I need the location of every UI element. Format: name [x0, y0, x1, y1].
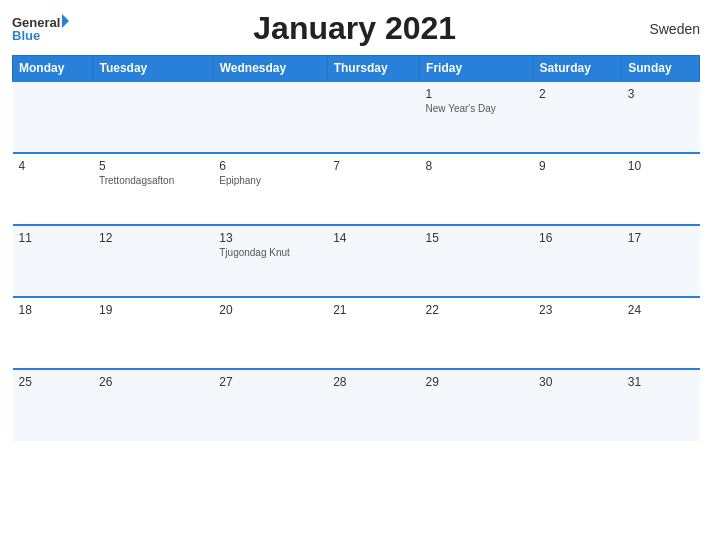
day-cell: 13Tjugondag Knut [213, 225, 327, 297]
day-cell: 23 [533, 297, 622, 369]
day-cell: 10 [622, 153, 700, 225]
day-cell: 24 [622, 297, 700, 369]
day-cell: 9 [533, 153, 622, 225]
holiday-name: New Year's Day [426, 103, 527, 114]
weekday-header-monday: Monday [13, 56, 93, 82]
logo: General Blue [12, 16, 69, 42]
day-number: 22 [426, 303, 439, 317]
day-cell: 6Epiphany [213, 153, 327, 225]
day-cell: 31 [622, 369, 700, 441]
week-row-4: 18192021222324 [13, 297, 700, 369]
weekday-header-tuesday: Tuesday [93, 56, 213, 82]
day-cell: 12 [93, 225, 213, 297]
day-number: 29 [426, 375, 439, 389]
day-number: 11 [19, 231, 32, 245]
day-cell: 2 [533, 81, 622, 153]
week-row-3: 111213Tjugondag Knut14151617 [13, 225, 700, 297]
day-number: 18 [19, 303, 32, 317]
day-cell: 3 [622, 81, 700, 153]
day-cell: 20 [213, 297, 327, 369]
day-number: 3 [628, 87, 635, 101]
header: General Blue January 2021 Sweden [12, 10, 700, 47]
day-number: 1 [426, 87, 433, 101]
day-number: 4 [19, 159, 26, 173]
day-number: 7 [333, 159, 340, 173]
day-number: 19 [99, 303, 112, 317]
day-cell: 14 [327, 225, 419, 297]
day-number: 16 [539, 231, 552, 245]
day-cell: 4 [13, 153, 93, 225]
month-title: January 2021 [69, 10, 640, 47]
day-cell: 25 [13, 369, 93, 441]
day-cell: 26 [93, 369, 213, 441]
day-number: 20 [219, 303, 232, 317]
day-cell [13, 81, 93, 153]
day-cell: 29 [420, 369, 533, 441]
day-cell: 21 [327, 297, 419, 369]
day-number: 23 [539, 303, 552, 317]
day-cell: 30 [533, 369, 622, 441]
day-number: 27 [219, 375, 232, 389]
day-cell: 11 [13, 225, 93, 297]
weekday-header-saturday: Saturday [533, 56, 622, 82]
day-number: 17 [628, 231, 641, 245]
day-number: 21 [333, 303, 346, 317]
logo-blue-text: Blue [12, 29, 40, 42]
day-number: 25 [19, 375, 32, 389]
day-cell [327, 81, 419, 153]
week-row-5: 25262728293031 [13, 369, 700, 441]
day-number: 31 [628, 375, 641, 389]
day-number: 5 [99, 159, 106, 173]
weekday-header-thursday: Thursday [327, 56, 419, 82]
day-cell: 27 [213, 369, 327, 441]
day-number: 10 [628, 159, 641, 173]
day-number: 28 [333, 375, 346, 389]
day-cell: 16 [533, 225, 622, 297]
country-label: Sweden [640, 21, 700, 37]
week-row-2: 45Trettondagsafton6Epiphany78910 [13, 153, 700, 225]
holiday-name: Trettondagsafton [99, 175, 207, 186]
day-cell: 19 [93, 297, 213, 369]
day-number: 30 [539, 375, 552, 389]
day-number: 14 [333, 231, 346, 245]
week-row-1: 1New Year's Day23 [13, 81, 700, 153]
day-cell: 5Trettondagsafton [93, 153, 213, 225]
weekday-header-row: MondayTuesdayWednesdayThursdayFridaySatu… [13, 56, 700, 82]
day-cell: 15 [420, 225, 533, 297]
day-cell [93, 81, 213, 153]
day-number: 2 [539, 87, 546, 101]
weekday-header-wednesday: Wednesday [213, 56, 327, 82]
calendar-grid: MondayTuesdayWednesdayThursdayFridaySatu… [12, 55, 700, 441]
day-number: 26 [99, 375, 112, 389]
weekday-header-friday: Friday [420, 56, 533, 82]
day-number: 13 [219, 231, 232, 245]
day-number: 24 [628, 303, 641, 317]
weekday-header-sunday: Sunday [622, 56, 700, 82]
day-cell: 18 [13, 297, 93, 369]
logo-general-text: General [12, 16, 60, 29]
day-number: 15 [426, 231, 439, 245]
day-cell: 22 [420, 297, 533, 369]
day-number: 8 [426, 159, 433, 173]
day-cell [213, 81, 327, 153]
holiday-name: Epiphany [219, 175, 321, 186]
day-cell: 17 [622, 225, 700, 297]
day-number: 12 [99, 231, 112, 245]
day-number: 9 [539, 159, 546, 173]
logo-triangle-icon [62, 14, 69, 28]
day-number: 6 [219, 159, 226, 173]
day-cell: 1New Year's Day [420, 81, 533, 153]
day-cell: 7 [327, 153, 419, 225]
calendar-container: General Blue January 2021 Sweden MondayT… [0, 0, 712, 550]
holiday-name: Tjugondag Knut [219, 247, 321, 258]
day-cell: 8 [420, 153, 533, 225]
day-cell: 28 [327, 369, 419, 441]
